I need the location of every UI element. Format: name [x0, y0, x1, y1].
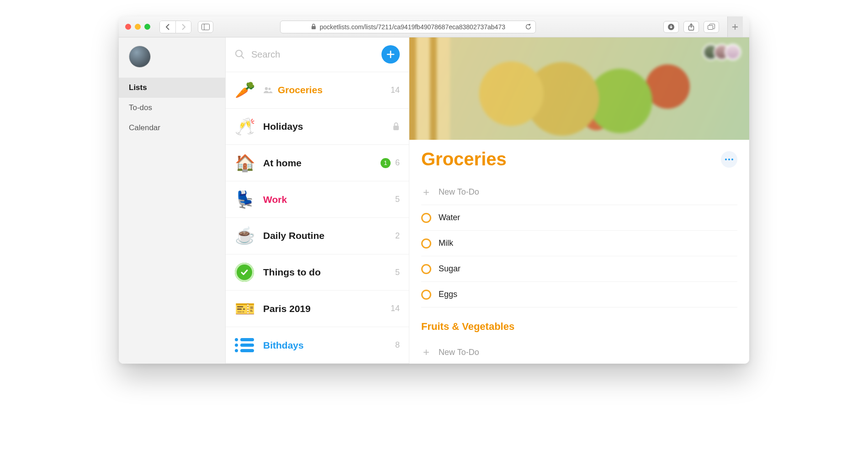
list-row-birthdays[interactable]: Bithdays 8: [226, 327, 409, 364]
list-count: 14: [391, 304, 400, 313]
list-count: 5: [395, 268, 400, 277]
forward-button[interactable]: [175, 21, 191, 33]
search-input[interactable]: [251, 49, 375, 60]
new-todo-input[interactable]: + New To-Do: [421, 180, 737, 205]
section-heading: Fruits & Vegetables: [421, 314, 737, 339]
plus-icon: +: [421, 346, 431, 359]
svg-rect-5: [708, 25, 713, 29]
list-hero-image: [409, 37, 749, 140]
new-tab-button[interactable]: [727, 16, 743, 37]
ticket-icon: 🎫: [235, 299, 255, 318]
svg-point-8: [265, 87, 268, 90]
todo-text: Sugar: [439, 264, 460, 274]
list-name: Holidays: [263, 121, 303, 132]
todo-text: Water: [439, 213, 460, 222]
todo-checkbox[interactable]: [421, 290, 431, 300]
toolbar-right: [663, 21, 719, 33]
address-url: pocketlists.com/lists/7211/ca9419fb49078…: [320, 23, 505, 31]
todo-checkbox[interactable]: [421, 213, 431, 223]
list-row-things-to-do[interactable]: Things to do 5: [226, 254, 409, 291]
nav-buttons: [159, 21, 191, 33]
svg-rect-0: [202, 24, 210, 30]
list-name: Daily Routine: [263, 230, 324, 241]
reload-icon[interactable]: [525, 23, 532, 30]
todo-text: Milk: [439, 238, 453, 248]
list-row-daily-routine[interactable]: ☕ Daily Routine 2: [226, 218, 409, 254]
list-name: At home: [263, 158, 302, 169]
detail-panel: Groceries + New To-Do Water Milk: [409, 37, 749, 364]
nav-item-calendar[interactable]: Calendar: [119, 118, 225, 138]
svg-point-9: [268, 88, 270, 90]
list-row-holidays[interactable]: 🥂 Holidays: [226, 109, 409, 145]
lock-icon: [311, 24, 316, 30]
back-button[interactable]: [160, 21, 175, 33]
list-row-at-home[interactable]: 🏠 At home 1 6: [226, 145, 409, 181]
svg-line-7: [242, 56, 244, 59]
collaborator-avatar[interactable]: [703, 44, 719, 60]
address-bar[interactable]: pocketlists.com/lists/7211/ca9419fb49078…: [280, 21, 536, 33]
list-name: Things to do: [263, 267, 321, 278]
downloads-button[interactable]: [663, 21, 679, 33]
new-todo-placeholder: New To-Do: [439, 187, 479, 197]
todo-item[interactable]: Eggs: [421, 282, 737, 307]
user-avatar[interactable]: [129, 46, 151, 68]
nav-item-todos[interactable]: To-dos: [119, 98, 225, 118]
detail-title-row: Groceries: [421, 149, 737, 169]
check-icon: [235, 263, 255, 282]
lock-icon: [392, 122, 400, 131]
search-icon: [235, 49, 245, 59]
sidebar-toggle-button[interactable]: [198, 21, 213, 33]
list-name: Bithdays: [263, 340, 304, 351]
close-window-button[interactable]: [125, 24, 131, 30]
todo-item[interactable]: Sugar: [421, 256, 737, 282]
share-button[interactable]: [683, 21, 699, 33]
house-icon: 🏠: [235, 153, 255, 173]
new-list-button[interactable]: [381, 45, 400, 64]
plus-icon: +: [421, 186, 431, 199]
list-title: Groceries: [421, 149, 507, 169]
more-options-button[interactable]: [721, 151, 737, 168]
glasses-icon: 🥂: [235, 117, 255, 136]
collaborator-avatar[interactable]: [714, 44, 730, 60]
chair-icon: 💺: [235, 190, 255, 209]
browser-toolbar: pocketlists.com/lists/7211/ca9419fb49078…: [119, 16, 749, 37]
svg-rect-10: [393, 126, 399, 130]
todo-text: Eggs: [439, 290, 457, 299]
collaborator-avatar[interactable]: [725, 44, 741, 60]
carrot-icon: 🥕: [235, 80, 255, 100]
collaborators[interactable]: [708, 44, 741, 60]
browser-window: pocketlists.com/lists/7211/ca9419fb49078…: [119, 16, 749, 364]
list-name: Work: [263, 194, 287, 205]
list-icon: [235, 338, 255, 352]
section-title: Fruits & Vegetables: [421, 321, 514, 333]
list-count: 5: [395, 195, 400, 204]
nav-item-lists[interactable]: Lists: [119, 78, 225, 98]
list-count: 6: [395, 158, 400, 168]
todo-item[interactable]: Water: [421, 205, 737, 231]
new-todo-input[interactable]: + New To-Do: [421, 339, 737, 364]
shared-icon: [263, 86, 273, 94]
svg-point-6: [236, 50, 242, 57]
new-todo-placeholder: New To-Do: [439, 348, 479, 357]
todo-item[interactable]: Milk: [421, 231, 737, 256]
list-count: 14: [391, 85, 400, 95]
mug-icon: ☕: [235, 226, 255, 245]
window-controls: [125, 24, 150, 30]
list-row-work[interactable]: 💺 Work 5: [226, 181, 409, 218]
primary-sidebar: Lists To-dos Calendar: [119, 37, 226, 364]
list-name: Paris 2019: [263, 303, 311, 314]
svg-rect-2: [312, 26, 316, 29]
todo-checkbox[interactable]: [421, 264, 431, 274]
tabs-button[interactable]: [704, 21, 719, 33]
list-meta: 1 6: [381, 158, 400, 168]
app-root: Lists To-dos Calendar 🥕: [119, 37, 749, 364]
list-name: Groceries: [278, 85, 323, 95]
zoom-window-button[interactable]: [144, 24, 150, 30]
list-row-groceries[interactable]: 🥕 Groceries 14: [226, 72, 409, 109]
minimize-window-button[interactable]: [135, 24, 141, 30]
todo-checkbox[interactable]: [421, 238, 431, 249]
list-count: 2: [395, 231, 400, 241]
lists-panel: 🥕 Groceries 14 🥂 Holidays 🏠 At home: [226, 37, 409, 364]
search-row: [226, 37, 409, 72]
list-row-paris-2019[interactable]: 🎫 Paris 2019 14: [226, 291, 409, 327]
